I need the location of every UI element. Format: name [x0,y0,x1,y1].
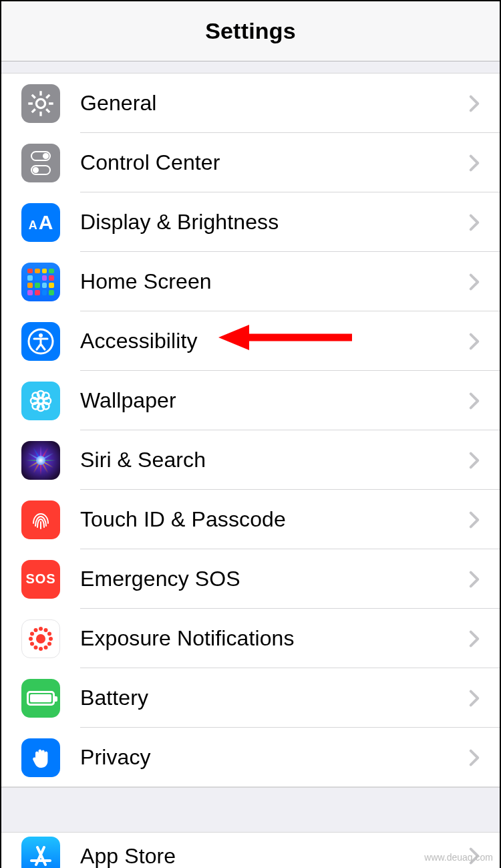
toggles-icon [21,144,60,182]
watermark: www.deuaq.com [424,852,493,863]
text-size-icon: AA [21,203,60,242]
row-display-brightness[interactable]: AA Display & Brightness [1,192,500,252]
svg-line-5 [32,94,35,98]
settings-list-2: App Store [1,833,500,868]
row-label: Home Screen [80,269,461,294]
app-grid-icon [21,263,60,301]
svg-line-7 [46,94,49,98]
chevron-right-icon [461,430,488,490]
row-label: Wallpaper [80,388,461,413]
row-label: Battery [80,686,461,710]
svg-point-10 [39,333,43,337]
hand-icon [21,738,60,777]
battery-icon [21,679,60,718]
chevron-right-icon [461,668,488,728]
chevron-right-icon [461,549,488,609]
row-app-store[interactable]: App Store [1,833,500,868]
chevron-right-icon [461,833,488,868]
svg-line-6 [46,109,49,112]
row-siri-search[interactable]: Siri & Search [1,430,500,490]
row-label: Emergency SOS [80,567,461,591]
flower-icon [21,382,60,420]
svg-point-0 [36,99,45,108]
nav-header: Settings [1,1,500,61]
app-store-icon [21,837,60,868]
row-label: App Store [80,844,461,869]
section-gap [1,787,500,833]
row-label: Control Center [80,150,461,175]
row-battery[interactable]: Battery [1,668,500,728]
row-wallpaper[interactable]: Wallpaper [1,371,500,430]
row-home-screen[interactable]: Home Screen [1,252,500,311]
row-label: Accessibility [80,329,461,353]
sos-icon: SOS [21,560,60,599]
siri-icon [21,441,60,480]
row-exposure-notifications[interactable]: Exposure Notifications [1,609,500,668]
chevron-right-icon [461,311,488,371]
row-control-center[interactable]: Control Center [1,133,500,192]
chevron-right-icon [461,74,488,133]
svg-point-11 [38,398,43,404]
row-general[interactable]: General [1,74,500,133]
chevron-right-icon [461,728,488,787]
row-label: Siri & Search [80,448,461,472]
page-title: Settings [205,18,296,44]
accessibility-icon [21,322,60,361]
fingerprint-icon [21,500,60,539]
chevron-right-icon [461,371,488,430]
gear-icon [21,84,60,123]
chevron-right-icon [461,133,488,192]
row-emergency-sos[interactable]: SOS Emergency SOS [1,549,500,609]
chevron-right-icon [461,490,488,549]
row-touch-id-passcode[interactable]: Touch ID & Passcode [1,490,500,549]
settings-list-1: General Control Center AA Display & Brig… [1,74,500,787]
row-label: Exposure Notifications [80,626,461,651]
row-label: Display & Brightness [80,210,461,235]
chevron-right-icon [461,192,488,252]
row-label: Privacy [80,745,461,770]
row-accessibility[interactable]: Accessibility [1,311,500,371]
row-privacy[interactable]: Privacy [1,728,500,787]
row-label: General [80,91,461,116]
svg-line-8 [32,109,35,112]
chevron-right-icon [461,252,488,311]
section-gap-top [1,61,500,74]
row-label: Touch ID & Passcode [80,507,461,532]
exposure-icon [21,619,60,658]
chevron-right-icon [461,609,488,668]
